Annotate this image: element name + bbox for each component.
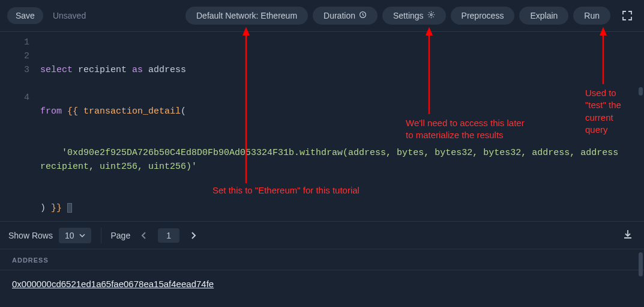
- svg-point-1: [430, 14, 432, 16]
- save-status: Unsaved: [48, 11, 91, 20]
- toolbar: Save Unsaved Default Network: Ethereum D…: [0, 0, 644, 32]
- code-editor[interactable]: 1 2 3 4 select recipient as address from…: [0, 32, 644, 221]
- line-gutter: 1 2 3 4: [0, 35, 40, 221]
- settings-button[interactable]: Settings: [382, 7, 446, 25]
- preprocess-button[interactable]: Preprocess: [451, 7, 515, 25]
- address-link[interactable]: 0x000000cd6521ed1a65fae0678ea15af4eead74…: [12, 279, 214, 289]
- gear-icon: [427, 11, 435, 20]
- code-content[interactable]: select recipient as address from {{ tran…: [40, 35, 644, 221]
- table-header-address: ADDRESS: [0, 249, 644, 270]
- save-button[interactable]: Save: [7, 7, 43, 24]
- expand-button[interactable]: [618, 6, 637, 25]
- settings-label: Settings: [393, 11, 424, 20]
- network-selector[interactable]: Default Network: Ethereum: [185, 7, 308, 25]
- run-button[interactable]: Run: [573, 7, 610, 25]
- text-cursor: [67, 203, 72, 213]
- scrollbar-vertical[interactable]: [639, 252, 643, 276]
- scrollbar-editor[interactable]: [639, 87, 643, 96]
- expand-icon: [621, 10, 633, 22]
- duration-label: Duration: [324, 11, 355, 20]
- table-row: 0x000000cd6521ed1a65fae0678ea15af4eead74…: [0, 270, 644, 297]
- explain-button[interactable]: Explain: [519, 7, 568, 25]
- clock-icon: [359, 11, 367, 20]
- duration-button[interactable]: Duration: [313, 7, 378, 25]
